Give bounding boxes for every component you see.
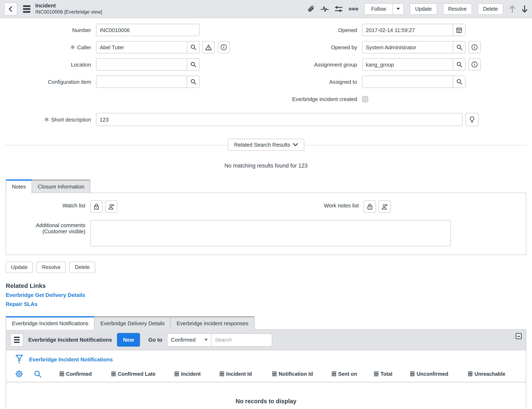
person-plus-icon (108, 204, 115, 210)
resolve-button-footer[interactable]: Resolve (37, 261, 66, 273)
personalize-form-icon[interactable] (335, 5, 343, 12)
update-button-header[interactable]: Update (410, 3, 437, 15)
tab-everbridge-delivery-details[interactable]: Everbridge Delivery Details (94, 316, 171, 330)
column-menu-icon[interactable] (174, 372, 179, 376)
column-header-confirmed-late[interactable]: Confirmed Late (111, 371, 174, 377)
tab-notes[interactable]: Notes (6, 179, 32, 193)
assignment-group-lookup-button[interactable] (453, 59, 465, 70)
column-menu-icon[interactable] (410, 372, 415, 376)
link-everbridge-get-delivery-details[interactable]: Everbridge Get Delivery Details (6, 292, 526, 298)
work-notes-lock-button[interactable] (364, 200, 376, 213)
tab-everbridge-incident-notifications[interactable]: Everbridge Incident Notifications (6, 316, 95, 330)
search-icon (190, 44, 196, 50)
info-icon (471, 61, 478, 68)
list-search-input[interactable] (212, 333, 272, 346)
next-record-icon[interactable] (521, 5, 528, 13)
column-header-incident-id[interactable]: Incident Id (220, 371, 272, 377)
column-menu-icon[interactable] (332, 372, 336, 376)
person-plus-icon (381, 204, 388, 210)
work-notes-add-person-button[interactable] (378, 200, 391, 213)
follow-dropdown-button[interactable] (393, 3, 404, 15)
column-header-sent-on[interactable]: Sent on (332, 371, 374, 377)
tab-closure-information[interactable]: Closure Information (32, 179, 91, 193)
caller-info-button[interactable] (218, 41, 230, 53)
everbridge-created-checkbox[interactable] (362, 96, 368, 102)
assigned-to-lookup-button[interactable] (453, 76, 465, 87)
warning-icon (205, 44, 212, 50)
personalize-columns-cell (15, 370, 34, 378)
list-breadcrumb-link[interactable]: Everbridge Incident Notifications (29, 356, 113, 363)
column-menu-icon[interactable] (60, 372, 64, 376)
column-header-unconfirmed[interactable]: Unconfirmed (410, 371, 468, 377)
configuration-item-label: Configuration item (5, 79, 96, 85)
goto-field-select[interactable]: Confirmed (167, 333, 212, 346)
number-input[interactable] (96, 24, 199, 36)
chevron-left-icon (8, 6, 14, 12)
opened-by-label: Opened by (239, 44, 362, 50)
lightbulb-icon (469, 116, 475, 123)
opened-calendar-button[interactable] (453, 24, 465, 36)
suggestion-lightbulb-button[interactable] (466, 113, 479, 126)
more-options-icon[interactable] (349, 7, 358, 11)
delete-button-footer[interactable]: Delete (70, 261, 95, 273)
watch-list-lock-button[interactable] (90, 200, 103, 213)
caller-warning-button[interactable] (202, 41, 215, 53)
form-header-bar: Incident INC0010006 [Everbridge view] (0, 0, 532, 18)
opened-by-input[interactable] (362, 41, 453, 53)
caller-lookup-button[interactable] (187, 41, 199, 53)
follow-button[interactable]: Follow (364, 3, 393, 15)
previous-record-icon[interactable] (509, 5, 516, 13)
new-record-button[interactable]: New (117, 333, 140, 347)
column-header-total[interactable]: Total (374, 371, 410, 377)
collapse-list-button[interactable] (516, 333, 522, 339)
update-button-footer[interactable]: Update (6, 261, 33, 273)
lock-icon (367, 203, 373, 210)
attachment-icon[interactable] (308, 5, 315, 12)
location-input[interactable] (96, 59, 187, 70)
column-header-unreachable[interactable]: Unreachable (468, 371, 526, 377)
filter-funnel-icon[interactable] (15, 354, 23, 364)
column-menu-icon[interactable] (111, 372, 116, 376)
column-menu-icon[interactable] (220, 372, 224, 376)
additional-comments-textarea[interactable] (90, 220, 451, 246)
short-description-input[interactable] (96, 113, 462, 126)
gear-icon[interactable] (15, 370, 23, 378)
list-search-icon[interactable] (34, 370, 41, 378)
required-icon: ✱ (70, 44, 75, 50)
opened-by-info-button[interactable] (468, 41, 481, 53)
caller-input[interactable] (96, 41, 187, 53)
delete-button-header[interactable]: Delete (478, 3, 503, 15)
additional-comments-label: Additional comments (Customer visible) (6, 220, 90, 234)
related-search-results-button[interactable]: Related Search Results (228, 139, 304, 151)
column-menu-icon[interactable] (374, 372, 378, 376)
opened-by-lookup-button[interactable] (453, 41, 465, 53)
form-context-menu-icon[interactable] (23, 5, 30, 12)
link-repair-slas[interactable]: Repair SLAs (6, 301, 526, 307)
column-header-notification-id[interactable]: Notification Id (272, 371, 332, 377)
notifications-list-panel: Everbridge Incident Notifications New Go… (6, 329, 526, 409)
assignment-group-info-button[interactable] (468, 58, 481, 71)
column-header-confirmed[interactable]: Confirmed (60, 371, 111, 377)
tab-everbridge-incident-responses[interactable]: Everbridge incident responses (170, 316, 255, 330)
assigned-to-input[interactable] (362, 76, 453, 87)
incident-form-page: Incident INC0010006 [Everbridge view] (0, 0, 532, 409)
resolve-button-header[interactable]: Resolve (443, 3, 472, 15)
column-menu-icon[interactable] (468, 372, 472, 376)
watch-list-add-person-button[interactable] (105, 200, 117, 213)
list-context-menu-button[interactable] (10, 333, 23, 346)
column-menu-icon[interactable] (272, 372, 277, 376)
column-header-incident[interactable]: Incident (174, 371, 220, 377)
lock-icon (94, 203, 99, 210)
empty-list-message: No records to display (6, 382, 526, 409)
opened-input[interactable] (362, 24, 453, 36)
back-button[interactable] (4, 2, 17, 15)
location-lookup-button[interactable] (187, 59, 199, 70)
assignment-group-input[interactable] (362, 59, 453, 70)
configuration-item-input[interactable] (96, 76, 187, 87)
related-links-section: Related Links Everbridge Get Delivery De… (0, 273, 532, 307)
caller-label: ✱ Caller (5, 44, 96, 50)
info-icon (220, 44, 227, 50)
calendar-icon (456, 27, 462, 33)
configuration-item-lookup-button[interactable] (187, 76, 199, 87)
activity-stream-icon[interactable] (321, 5, 329, 12)
